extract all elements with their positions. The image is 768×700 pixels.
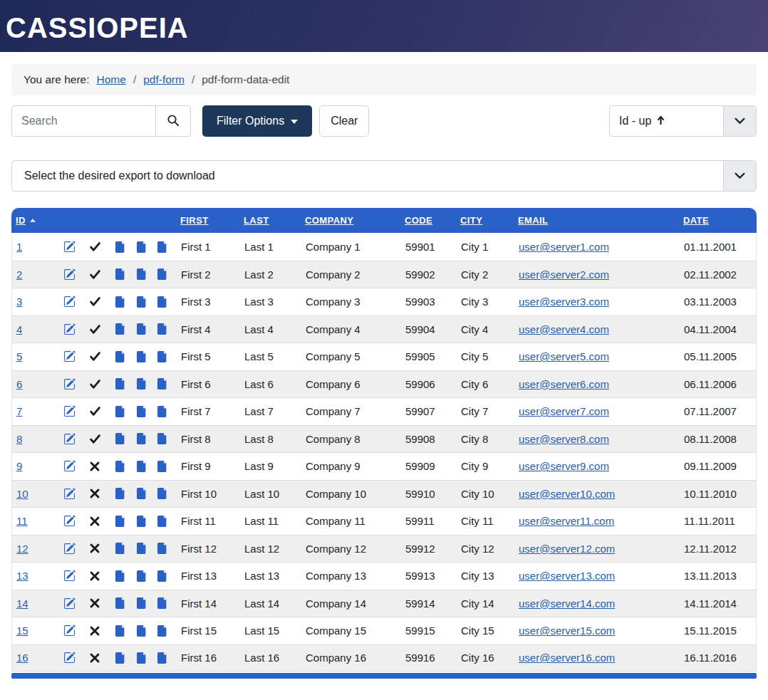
edit-icon[interactable] bbox=[58, 570, 81, 582]
row-email-link[interactable]: user@server3.com bbox=[519, 296, 609, 308]
edit-icon[interactable] bbox=[58, 597, 81, 610]
row-email-link[interactable]: user@server7.com bbox=[519, 405, 609, 417]
row-id-link[interactable]: 2 bbox=[16, 268, 22, 281]
edit-icon[interactable] bbox=[58, 433, 81, 445]
file-icon-2[interactable] bbox=[132, 625, 152, 637]
edit-icon[interactable] bbox=[58, 543, 81, 555]
column-header-first[interactable]: FIRST bbox=[172, 215, 244, 226]
row-id-link[interactable]: 8 bbox=[16, 433, 22, 445]
column-header-id[interactable]: ID bbox=[11, 215, 57, 226]
breadcrumb-link-home[interactable]: Home bbox=[97, 73, 126, 86]
file-icon-3[interactable] bbox=[152, 378, 173, 390]
file-icon-2[interactable] bbox=[132, 406, 152, 417]
row-email-link[interactable]: user@server14.com bbox=[519, 597, 615, 610]
filter-options-button[interactable]: Filter Options bbox=[202, 105, 312, 137]
file-icon-2[interactable] bbox=[132, 433, 152, 444]
file-icon-3[interactable] bbox=[152, 351, 173, 362]
file-icon-3[interactable] bbox=[152, 625, 173, 637]
file-icon-3[interactable] bbox=[152, 570, 173, 582]
file-icon-3[interactable] bbox=[152, 406, 173, 417]
column-header-date[interactable]: DATE bbox=[673, 215, 757, 226]
file-icon-3[interactable] bbox=[152, 597, 173, 609]
file-icon-2[interactable] bbox=[132, 323, 152, 335]
file-icon-3[interactable] bbox=[152, 516, 173, 527]
column-header-code[interactable]: CODE bbox=[405, 215, 460, 226]
file-icon-1[interactable] bbox=[109, 570, 132, 582]
clear-button[interactable]: Clear bbox=[319, 105, 369, 137]
search-input[interactable] bbox=[11, 105, 156, 137]
row-id-link[interactable]: 3 bbox=[16, 296, 22, 308]
row-email-link[interactable]: user@server1.com bbox=[519, 241, 609, 253]
edit-icon[interactable] bbox=[58, 515, 81, 527]
sort-select[interactable]: Id - up bbox=[609, 105, 757, 137]
row-id-link[interactable]: 12 bbox=[16, 543, 28, 555]
row-email-link[interactable]: user@server16.com bbox=[519, 652, 615, 664]
row-id-link[interactable]: 4 bbox=[16, 323, 22, 335]
edit-icon[interactable] bbox=[58, 296, 81, 308]
row-email-link[interactable]: user@server10.com bbox=[519, 488, 615, 500]
file-icon-2[interactable] bbox=[132, 296, 152, 308]
file-icon-1[interactable] bbox=[109, 296, 132, 308]
edit-icon[interactable] bbox=[58, 460, 81, 472]
row-id-link[interactable]: 6 bbox=[16, 378, 22, 390]
file-icon-3[interactable] bbox=[152, 268, 173, 280]
file-icon-3[interactable] bbox=[152, 652, 173, 664]
file-icon-1[interactable] bbox=[109, 241, 132, 253]
column-header-city[interactable]: CITY bbox=[460, 215, 518, 226]
horizontal-scrollbar[interactable] bbox=[11, 673, 757, 679]
file-icon-2[interactable] bbox=[132, 543, 152, 554]
edit-icon[interactable] bbox=[58, 405, 81, 417]
row-id-link[interactable]: 11 bbox=[16, 515, 28, 527]
file-icon-1[interactable] bbox=[109, 378, 132, 390]
file-icon-2[interactable] bbox=[132, 652, 152, 664]
row-id-link[interactable]: 7 bbox=[16, 405, 22, 417]
file-icon-3[interactable] bbox=[152, 323, 173, 335]
row-email-link[interactable]: user@server6.com bbox=[519, 378, 609, 390]
file-icon-2[interactable] bbox=[132, 268, 152, 280]
file-icon-2[interactable] bbox=[132, 378, 152, 390]
row-id-link[interactable]: 9 bbox=[16, 460, 22, 472]
row-email-link[interactable]: user@server8.com bbox=[519, 433, 609, 445]
file-icon-1[interactable] bbox=[109, 406, 132, 417]
file-icon-3[interactable] bbox=[152, 241, 173, 253]
row-id-link[interactable]: 14 bbox=[16, 597, 28, 610]
edit-icon[interactable] bbox=[58, 268, 81, 281]
file-icon-2[interactable] bbox=[132, 516, 152, 527]
file-icon-1[interactable] bbox=[109, 543, 132, 554]
file-icon-1[interactable] bbox=[109, 625, 132, 637]
edit-icon[interactable] bbox=[58, 378, 81, 390]
file-icon-2[interactable] bbox=[132, 597, 152, 609]
row-id-link[interactable]: 16 bbox=[16, 652, 28, 664]
file-icon-3[interactable] bbox=[152, 461, 173, 472]
file-icon-1[interactable] bbox=[109, 516, 132, 527]
file-icon-1[interactable] bbox=[109, 488, 132, 499]
file-icon-2[interactable] bbox=[132, 488, 152, 499]
row-id-link[interactable]: 13 bbox=[16, 570, 28, 582]
row-id-link[interactable]: 1 bbox=[16, 241, 22, 253]
row-email-link[interactable]: user@server4.com bbox=[519, 323, 609, 335]
export-select[interactable]: Select the desired export to download bbox=[11, 160, 757, 192]
file-icon-1[interactable] bbox=[109, 461, 132, 472]
row-email-link[interactable]: user@server15.com bbox=[519, 625, 615, 637]
file-icon-2[interactable] bbox=[132, 351, 152, 362]
breadcrumb-link-pdf-form[interactable]: pdf-form bbox=[143, 73, 185, 86]
edit-icon[interactable] bbox=[58, 625, 81, 637]
file-icon-3[interactable] bbox=[152, 433, 173, 444]
row-id-link[interactable]: 5 bbox=[16, 350, 22, 362]
file-icon-1[interactable] bbox=[109, 351, 132, 362]
site-logo[interactable]: CASSIOPEIA bbox=[6, 14, 189, 42]
file-icon-2[interactable] bbox=[132, 570, 152, 582]
file-icon-3[interactable] bbox=[152, 296, 173, 308]
row-id-link[interactable]: 10 bbox=[16, 488, 28, 500]
column-header-email[interactable]: EMAIL bbox=[518, 215, 673, 226]
file-icon-1[interactable] bbox=[109, 597, 132, 609]
row-email-link[interactable]: user@server5.com bbox=[519, 350, 609, 362]
edit-icon[interactable] bbox=[58, 652, 81, 664]
row-email-link[interactable]: user@server9.com bbox=[519, 460, 609, 472]
file-icon-1[interactable] bbox=[109, 268, 132, 280]
file-icon-3[interactable] bbox=[152, 488, 173, 499]
column-header-last[interactable]: LAST bbox=[244, 215, 305, 226]
edit-icon[interactable] bbox=[58, 323, 81, 335]
file-icon-2[interactable] bbox=[132, 241, 152, 253]
file-icon-3[interactable] bbox=[152, 543, 173, 554]
